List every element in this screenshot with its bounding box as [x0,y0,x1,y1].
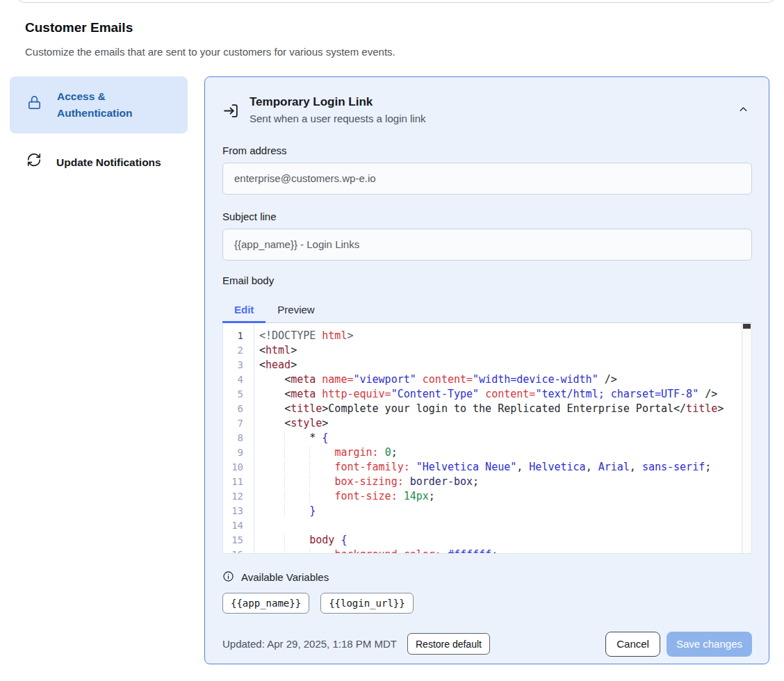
page-description: Customize the emails that are sent to yo… [25,46,395,58]
from-address-input[interactable] [222,163,752,195]
sidebar: Access & AuthenticationUpdate Notificati… [10,76,188,183]
variable-chip-app-name[interactable]: {{app_name}} [222,593,309,614]
page-title: Customer Emails [25,20,133,35]
email-body-tabs: EditPreview [222,299,752,323]
sidebar-item-label: Access & Authentication [57,88,178,122]
code-line: <title>Complete your login to the Replic… [259,402,742,416]
updated-timestamp: Updated: Apr 29, 2025, 1:18 PM MDT [222,638,397,650]
line-number: 11 [223,475,254,489]
temporary-login-link-panel: Temporary Login Link Sent when a user re… [204,76,769,664]
code-line: margin: 0; [259,445,742,460]
code-line: box-sizing: border-box; [259,475,742,489]
variable-chip-login-url[interactable]: {{login_url}} [320,593,414,614]
tab-edit[interactable]: Edit [222,299,266,322]
code-line: * { [259,431,742,445]
variable-chips: {{app_name}}{{login_url}} [222,593,752,614]
line-number: 1 [223,329,254,343]
code-area[interactable]: <!DOCTYPE html><html><head> <meta name="… [254,323,751,553]
refresh-icon [26,152,42,172]
line-number: 12 [223,489,254,504]
line-number: 15 [223,533,254,548]
line-numbers: 12345678910111213141516 [223,323,254,553]
line-number: 7 [223,416,254,431]
code-line [259,518,742,533]
sidebar-item-update-notifications[interactable]: Update Notifications [10,142,188,183]
email-body-label: Email body [222,274,752,286]
sidebar-item-label: Update Notifications [56,154,161,171]
line-number: 8 [223,431,254,445]
available-variables-label: Available Variables [241,571,329,583]
code-line: font-family: "Helvetica Neue", Helvetica… [259,460,742,475]
info-icon [222,571,234,584]
code-line: <style> [259,416,742,431]
panel-subtitle: Sent when a user requests a login link [250,113,425,124]
line-number: 14 [223,518,254,533]
cancel-button[interactable]: Cancel [605,632,660,657]
line-number: 6 [223,402,254,416]
subject-line-input[interactable] [222,229,752,261]
code-line: <head> [259,358,742,372]
from-address-label: From address [222,145,752,156]
line-number: 4 [223,372,254,387]
save-changes-button[interactable]: Save changes [667,632,752,657]
line-number: 9 [223,445,254,460]
lock-icon [26,95,42,115]
restore-default-button[interactable]: Restore default [407,633,490,655]
panel-title: Temporary Login Link [250,95,425,110]
code-line: <meta name="viewport" content="width=dev… [259,372,742,387]
customer-emails-page: Customer Emails Customize the emails tha… [0,0,784,681]
panel-header-text: Temporary Login Link Sent when a user re… [250,95,425,124]
line-number: 5 [223,387,254,402]
collapse-button[interactable] [735,101,752,120]
tab-preview[interactable]: Preview [266,299,326,322]
line-number: 3 [223,358,254,372]
panel-footer: Updated: Apr 29, 2025, 1:18 PM MDT Resto… [222,632,752,657]
code-line: <meta http-equiv="Content-Type" content=… [259,387,742,402]
available-variables-row: Available Variables [222,571,752,584]
scrollbar-thumb[interactable] [743,324,751,329]
panel-header: Temporary Login Link Sent when a user re… [222,95,752,124]
code-line: body { [259,533,742,548]
code-line: <!DOCTYPE html> [259,329,742,343]
code-line: background-color: #ffffff; [259,548,742,553]
chevron-up-icon [737,107,749,117]
code-line: } [259,504,742,518]
code-line: font-size: 14px; [259,489,742,504]
line-number: 13 [223,504,254,518]
code-editor[interactable]: 12345678910111213141516 <!DOCTYPE html><… [222,323,752,554]
sidebar-item-access-authentication[interactable]: Access & Authentication [10,76,188,133]
previous-card-edge [17,0,775,3]
subject-line-label: Subject line [222,211,752,222]
line-number: 16 [223,548,254,554]
line-number: 2 [223,343,254,358]
line-number: 10 [223,460,254,475]
login-icon [222,102,240,122]
editor-scrollbar[interactable] [742,323,751,553]
code-line: <html> [259,343,742,358]
